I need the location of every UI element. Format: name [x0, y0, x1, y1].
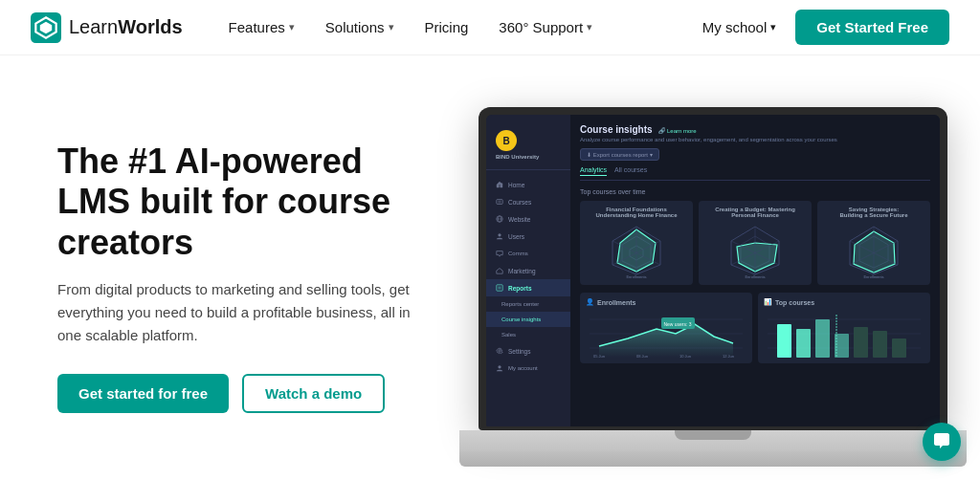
chevron-down-icon: ▾: [389, 21, 394, 33]
chevron-down-icon: ▾: [587, 21, 592, 33]
watch-demo-button[interactable]: Watch a demo: [242, 374, 385, 413]
nav-support[interactable]: 360° Support ▾: [499, 19, 592, 35]
top-courses-card: 📊 Top courses: [758, 293, 930, 363]
sidebar-brand-icon: B: [496, 130, 517, 151]
svg-rect-3: [497, 185, 500, 187]
app-main-title: Course insights 🔗 Learn more: [580, 124, 930, 135]
hero-title: The #1 AI-powered LMS built for course c…: [57, 142, 421, 263]
get-started-button[interactable]: Get Started Free: [795, 10, 949, 45]
svg-point-17: [499, 350, 501, 352]
my-school-link[interactable]: My school ▾: [702, 19, 777, 35]
svg-rect-53: [777, 324, 791, 358]
app-header-subtitle: Analyze course performance and user beha…: [580, 137, 930, 142]
sidebar-item-home[interactable]: Home: [486, 176, 570, 193]
nav-right: My school ▾ Get Started Free: [702, 10, 949, 45]
sidebar-item-reports-center[interactable]: Reports center: [486, 296, 570, 312]
svg-text:Enrollments: Enrollments: [863, 274, 883, 279]
svg-text:08 Jun: 08 Jun: [636, 354, 648, 358]
sidebar-item-sales[interactable]: Sales: [486, 327, 570, 342]
sidebar-item-course-insights[interactable]: Course insights: [486, 312, 570, 327]
enrollments-line-chart: New users: 3 05 Jun 08 Jun 10 Jun 12 Jun: [586, 310, 746, 358]
svg-text:Enrollments: Enrollments: [745, 274, 765, 279]
chart-card-1: Financial FoundationsUnderstanding Home …: [580, 201, 693, 285]
app-toolbar: ⬇ Export courses report ▾: [580, 148, 930, 161]
get-started-free-button[interactable]: Get started for free: [57, 374, 229, 413]
top-courses-bar-chart: [764, 310, 924, 358]
svg-marker-5: [497, 182, 502, 185]
app-screenshot: B BIND University Home Courses: [486, 115, 940, 426]
app-tabs: Analytics All courses: [580, 166, 930, 181]
enrollments-title: 👤 Enrollments: [586, 298, 746, 306]
svg-marker-13: [497, 269, 502, 274]
navbar: LearnWorlds Features ▾ Solutions ▾ Prici…: [0, 0, 980, 55]
laptop-foot: [459, 451, 967, 467]
svg-rect-57: [854, 327, 868, 358]
nav-solutions[interactable]: Solutions ▾: [325, 19, 394, 35]
app-main-content: Course insights 🔗 Learn more Analyze cou…: [570, 115, 940, 426]
svg-point-12: [498, 233, 501, 236]
svg-text:New users: 3: New users: 3: [663, 321, 691, 327]
svg-rect-55: [815, 319, 830, 358]
sidebar-item-reports[interactable]: Reports: [486, 279, 570, 296]
svg-rect-14: [497, 285, 502, 291]
svg-rect-56: [835, 334, 849, 358]
laptop-mockup: B BIND University Home Courses: [459, 107, 967, 480]
bottom-charts-row: 👤 Enrollments: [580, 293, 930, 363]
svg-marker-29: [737, 243, 777, 272]
hero-section: The #1 AI-powered LMS built for course c…: [0, 55, 980, 480]
chart-1-title: Financial FoundationsUnderstanding Home …: [586, 207, 687, 218]
nav-features[interactable]: Features ▾: [229, 19, 295, 35]
radar-charts-row: Financial FoundationsUnderstanding Home …: [580, 201, 930, 285]
hero-content: The #1 AI-powered LMS built for course c…: [57, 142, 421, 413]
logo-icon: [31, 12, 61, 43]
hero-buttons: Get started for free Watch a demo: [57, 374, 421, 413]
svg-point-18: [498, 365, 501, 368]
sidebar-item-marketing[interactable]: Marketing: [486, 262, 570, 279]
logo[interactable]: LearnWorlds: [31, 12, 183, 43]
chart-card-3: Saving Strategies:Building a Secure Futu…: [817, 201, 930, 285]
hero-subtitle: From digital products to marketing and s…: [57, 278, 421, 347]
sidebar-logo: B BIND University: [486, 124, 570, 170]
chart-3-title: Saving Strategies:Building a Secure Futu…: [823, 207, 924, 218]
sidebar-item-website[interactable]: Website: [486, 210, 570, 228]
svg-text:10 Jun: 10 Jun: [679, 354, 691, 358]
logo-text: LearnWorlds: [69, 16, 183, 38]
top-courses-title: 📊 Top courses: [764, 298, 924, 306]
sidebar-item-users[interactable]: Users: [486, 228, 570, 245]
laptop-base: [459, 430, 967, 467]
svg-marker-36: [854, 231, 895, 273]
svg-rect-54: [796, 329, 811, 358]
sidebar-item-communication[interactable]: Comms: [486, 245, 570, 262]
chart-2-title: Creating a Budget: MasteringPersonal Fin…: [704, 207, 806, 218]
sidebar-item-my-account[interactable]: My account: [486, 360, 570, 377]
chevron-down-icon: ▾: [770, 21, 776, 33]
sidebar-item-courses[interactable]: Courses: [486, 193, 570, 210]
svg-rect-59: [892, 338, 906, 358]
svg-text:Enrollments: Enrollments: [626, 274, 646, 279]
hero-visual: B BIND University Home Courses: [459, 75, 967, 480]
chevron-down-icon: ▾: [289, 21, 295, 33]
tab-analytics[interactable]: Analytics: [580, 166, 607, 176]
chart-card-2: Creating a Budget: MasteringPersonal Fin…: [699, 201, 812, 285]
svg-rect-58: [873, 331, 887, 358]
enrollments-card: 👤 Enrollments: [580, 293, 752, 363]
section-title-top-courses: Top courses over time: [580, 188, 930, 195]
svg-text:12 Jun: 12 Jun: [723, 354, 734, 358]
sidebar-item-settings[interactable]: Settings: [486, 342, 570, 360]
chat-widget-button[interactable]: [923, 423, 961, 461]
svg-rect-6: [497, 200, 502, 205]
laptop-screen: B BIND University Home Courses: [479, 107, 947, 430]
tab-all-courses[interactable]: All courses: [614, 166, 647, 176]
svg-text:05 Jun: 05 Jun: [593, 354, 605, 358]
app-sidebar: B BIND University Home Courses: [486, 115, 570, 426]
app-header: Course insights 🔗 Learn more Analyze cou…: [580, 124, 930, 142]
nav-pricing[interactable]: Pricing: [425, 19, 469, 35]
export-button[interactable]: ⬇ Export courses report ▾: [580, 148, 659, 161]
nav-links: Features ▾ Solutions ▾ Pricing 360° Supp…: [229, 19, 702, 35]
